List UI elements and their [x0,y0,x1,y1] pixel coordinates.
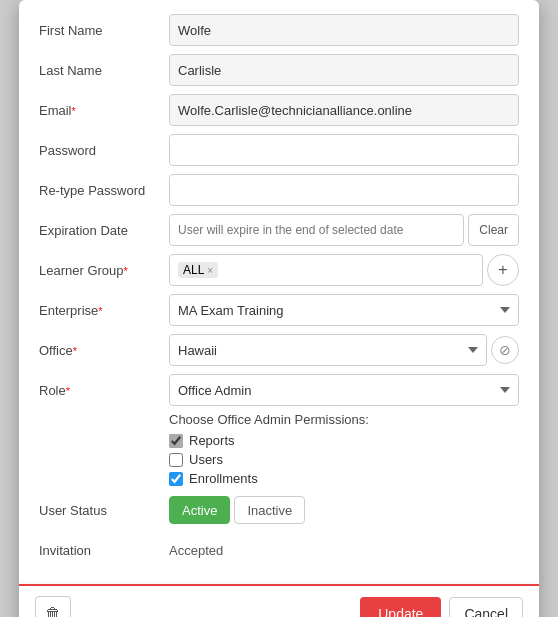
enterprise-select[interactable]: MA Exam Training [169,294,519,326]
retype-password-row: Re-type Password [39,172,519,208]
edit-user-modal: First Name Last Name Email* Password Re-… [19,0,539,617]
permission-enrollments-item: Enrollments [169,471,519,486]
office-select[interactable]: Hawaii [169,334,487,366]
password-label: Password [39,143,169,158]
user-status-row: User Status Active Inactive [39,492,519,528]
email-input[interactable] [169,94,519,126]
office-row: Office* Hawaii ⊘ [39,332,519,368]
invitation-label: Invitation [39,543,169,558]
permission-enrollments-checkbox[interactable] [169,472,183,486]
email-label: Email* [39,103,169,118]
last-name-row: Last Name [39,52,519,88]
learner-group-tag: ALL × [178,262,218,278]
permission-reports-checkbox[interactable] [169,434,183,448]
role-label: Role* [39,383,169,398]
role-select-wrapper: Office Admin [169,374,519,406]
office-label: Office* [39,343,169,358]
status-active-button[interactable]: Active [169,496,230,524]
tag-remove-button[interactable]: × [207,265,213,276]
permission-reports-item: Reports [169,433,519,448]
form-body: First Name Last Name Email* Password Re-… [19,0,539,584]
enterprise-row: Enterprise* MA Exam Training [39,292,519,328]
enterprise-label: Enterprise* [39,303,169,318]
permission-users-checkbox[interactable] [169,453,183,467]
role-row: Role* Office Admin [39,372,519,408]
retype-password-label: Re-type Password [39,183,169,198]
permissions-section: Choose Office Admin Permissions: Reports… [169,412,519,486]
email-row: Email* [39,92,519,128]
cancel-button[interactable]: Cancel [449,597,523,617]
modal-footer: 🗑 Update Cancel [19,584,539,617]
update-button[interactable]: Update [360,597,441,617]
delete-button[interactable]: 🗑 [35,596,71,617]
expiration-clear-button[interactable]: Clear [468,214,519,246]
permission-users-label: Users [189,452,223,467]
learner-group-row: Learner Group* ALL × + [39,252,519,288]
office-select-wrapper: Hawaii ⊘ [169,334,519,366]
footer-right: Update Cancel [360,597,523,617]
expiration-label: Expiration Date [39,223,169,238]
permission-users-item: Users [169,452,519,467]
office-reset-button[interactable]: ⊘ [491,336,519,364]
first-name-row: First Name [39,12,519,48]
learner-group-label: Learner Group* [39,263,169,278]
last-name-input[interactable] [169,54,519,86]
permission-reports-label: Reports [189,433,235,448]
permission-enrollments-label: Enrollments [189,471,258,486]
role-select[interactable]: Office Admin [169,374,519,406]
password-input[interactable] [169,134,519,166]
last-name-label: Last Name [39,63,169,78]
password-row: Password [39,132,519,168]
expiration-row: Expiration Date Clear [39,212,519,248]
expiration-wrapper: Clear [169,214,519,246]
learner-group-add-button[interactable]: + [487,254,519,286]
permissions-title: Choose Office Admin Permissions: [169,412,519,427]
first-name-input[interactable] [169,14,519,46]
expiration-input[interactable] [169,214,464,246]
learner-group-wrapper: ALL × + [169,254,519,286]
first-name-label: First Name [39,23,169,38]
learner-group-tag-input[interactable]: ALL × [169,254,483,286]
status-wrapper: Active Inactive [169,496,305,524]
user-status-label: User Status [39,503,169,518]
invitation-row: Invitation Accepted [39,532,519,568]
trash-icon: 🗑 [45,605,61,617]
status-inactive-button[interactable]: Inactive [234,496,305,524]
invitation-value: Accepted [169,543,223,558]
enterprise-select-wrapper: MA Exam Training [169,294,519,326]
retype-password-input[interactable] [169,174,519,206]
